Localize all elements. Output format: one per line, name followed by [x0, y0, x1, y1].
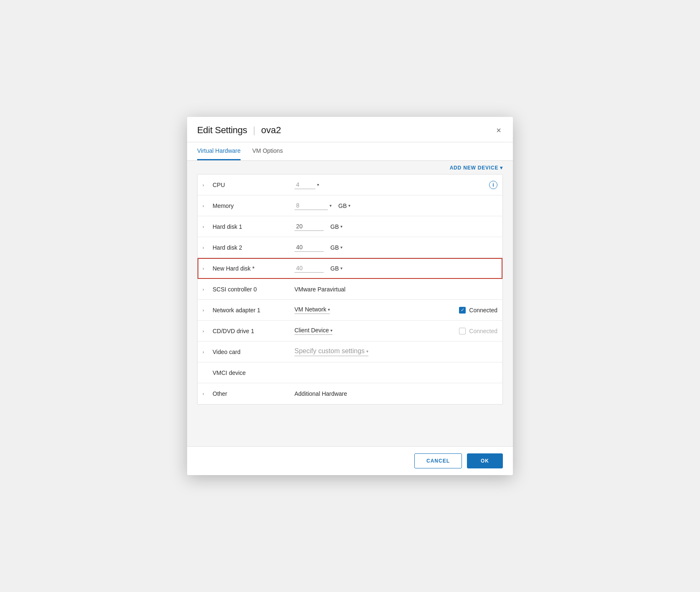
memory-label: Memory — [211, 202, 294, 209]
new-hard-disk-unit-wrapper: GB ▾ — [330, 265, 342, 272]
hard-disk-2-unit: GB — [330, 244, 339, 251]
table-row: › Hard disk 2 GB ▾ — [198, 237, 502, 258]
video-card-dropdown[interactable]: Specify custom settings ▾ — [294, 347, 368, 356]
table-row: › CD/DVD drive 1 Client Device ▾ Connect… — [198, 321, 502, 342]
network-adapter-controls: VM Network ▾ — [294, 306, 459, 314]
add-device-bar: ADD NEW DEVICE ▾ — [197, 161, 503, 174]
expand-icon[interactable]: › — [203, 349, 211, 354]
memory-value-input[interactable] — [294, 201, 328, 210]
memory-controls: ▾ GB ▾ — [294, 201, 497, 210]
tabs-bar: Virtual Hardware VM Options — [187, 142, 513, 161]
hard-disk-2-unit-wrapper: GB ▾ — [330, 244, 342, 251]
cpu-chevron-icon: ▾ — [317, 182, 319, 187]
memory-unit-value: GB — [338, 202, 347, 209]
network-adapter-chevron-icon: ▾ — [328, 307, 330, 312]
video-card-chevron-icon: ▾ — [366, 349, 368, 354]
dialog-header: Edit Settings | ova2 × — [187, 117, 513, 142]
dialog-body: ADD NEW DEVICE ▾ › CPU ▾ i — [187, 161, 513, 446]
expand-icon[interactable]: › — [203, 203, 211, 208]
video-card-controls: Specify custom settings ▾ — [294, 347, 497, 356]
network-adapter-right: ✓ Connected — [459, 307, 497, 314]
new-hard-disk-unit: GB — [330, 265, 339, 272]
video-card-label: Video card — [211, 349, 294, 355]
cd-dvd-connected-checkbox[interactable] — [459, 328, 466, 334]
scsi-controller-label: SCSI controller 0 — [211, 286, 294, 293]
expand-icon[interactable]: › — [203, 308, 211, 313]
video-card-value: Specify custom settings — [294, 347, 365, 355]
cpu-label: CPU — [211, 182, 294, 188]
vmci-device-label: VMCI device — [211, 369, 294, 376]
tab-virtual-hardware[interactable]: Virtual Hardware — [197, 142, 241, 160]
expand-icon[interactable]: › — [203, 391, 211, 396]
table-row: › VMCI device — [198, 362, 502, 383]
dialog-vm-name: ova2 — [261, 125, 281, 136]
body-spacer — [197, 405, 503, 446]
hard-disk-2-value-input[interactable] — [294, 243, 324, 252]
table-row: › Network adapter 1 VM Network ▾ ✓ Conne… — [198, 300, 502, 321]
expand-icon[interactable]: › — [203, 287, 211, 292]
hard-disk-1-unit: GB — [330, 223, 339, 230]
table-row: › CPU ▾ i — [198, 175, 502, 195]
new-hard-disk-controls: GB ▾ — [294, 264, 497, 273]
cpu-right: i — [489, 181, 497, 189]
info-icon[interactable]: i — [489, 181, 497, 189]
other-label: Other — [211, 390, 294, 397]
hardware-table: › CPU ▾ i › Memory — [197, 174, 503, 405]
dialog-title: Edit Settings — [197, 125, 247, 136]
table-row: › SCSI controller 0 VMware Paravirtual — [198, 279, 502, 300]
network-adapter-dropdown[interactable]: VM Network ▾ — [294, 306, 330, 314]
network-adapter-connected-checkbox[interactable]: ✓ — [459, 307, 466, 314]
memory-unit-wrapper: GB ▾ — [338, 202, 350, 209]
hard-disk-2-label: Hard disk 2 — [211, 244, 294, 251]
scsi-controller-controls: VMware Paravirtual — [294, 286, 497, 293]
hard-disk-2-controls: GB ▾ — [294, 243, 497, 252]
table-row: › Hard disk 1 GB ▾ — [198, 216, 502, 237]
add-new-device-chevron-icon: ▾ — [500, 165, 503, 171]
memory-unit-chevron-icon: ▾ — [348, 203, 350, 208]
scsi-controller-value: VMware Paravirtual — [294, 286, 345, 293]
cpu-value-input[interactable] — [294, 180, 315, 189]
table-row: › Memory ▾ GB ▾ — [198, 195, 502, 216]
other-controls: Additional Hardware — [294, 390, 497, 397]
cd-dvd-dropdown[interactable]: Client Device ▾ — [294, 327, 332, 335]
network-adapter-connected-label: Connected — [469, 307, 497, 314]
close-button[interactable]: × — [495, 124, 503, 136]
cpu-controls: ▾ — [294, 180, 489, 189]
cd-dvd-right: Connected — [459, 328, 497, 334]
memory-value-wrapper: ▾ — [294, 201, 332, 210]
other-value: Additional Hardware — [294, 390, 347, 397]
ok-button[interactable]: OK — [467, 453, 503, 468]
cd-dvd-connected-label: Connected — [469, 328, 497, 334]
cancel-button[interactable]: CANCEL — [414, 453, 462, 468]
add-new-device-label: ADD NEW DEVICE — [450, 165, 499, 171]
add-new-device-button[interactable]: ADD NEW DEVICE ▾ — [450, 165, 503, 171]
cd-dvd-controls: Client Device ▾ — [294, 327, 459, 335]
hard-disk-1-unit-chevron-icon: ▾ — [340, 224, 342, 229]
hard-disk-1-value-input[interactable] — [294, 222, 324, 231]
new-hard-disk-value-input[interactable] — [294, 264, 324, 273]
new-hard-disk-unit-chevron-icon: ▾ — [340, 266, 342, 271]
network-adapter-label: Network adapter 1 — [211, 307, 294, 314]
expand-icon[interactable]: › — [203, 329, 211, 334]
dialog-footer: CANCEL OK — [187, 446, 513, 475]
hard-disk-2-unit-chevron-icon: ▾ — [340, 245, 342, 250]
expand-icon[interactable]: › — [203, 245, 211, 250]
dialog-title-separator: | — [253, 125, 256, 136]
expand-icon[interactable]: › — [203, 266, 211, 271]
expand-icon[interactable]: › — [203, 182, 211, 187]
expand-icon[interactable]: › — [203, 224, 211, 229]
hard-disk-1-unit-wrapper: GB ▾ — [330, 223, 342, 230]
cd-dvd-value: Client Device — [294, 327, 329, 334]
hard-disk-1-label: Hard disk 1 — [211, 223, 294, 230]
table-row: › New Hard disk * GB ▾ — [198, 258, 502, 279]
tab-vm-options[interactable]: VM Options — [252, 142, 283, 160]
cd-dvd-chevron-icon: ▾ — [330, 328, 332, 333]
new-hard-disk-label: New Hard disk * — [211, 265, 294, 272]
table-row: › Other Additional Hardware — [198, 383, 502, 404]
network-adapter-value: VM Network — [294, 306, 326, 313]
table-row: › Video card Specify custom settings ▾ — [198, 342, 502, 362]
hard-disk-1-controls: GB ▾ — [294, 222, 497, 231]
cd-dvd-label: CD/DVD drive 1 — [211, 328, 294, 334]
edit-settings-dialog: Edit Settings | ova2 × Virtual Hardware … — [187, 117, 513, 475]
cpu-value-wrapper: ▾ — [294, 180, 319, 189]
